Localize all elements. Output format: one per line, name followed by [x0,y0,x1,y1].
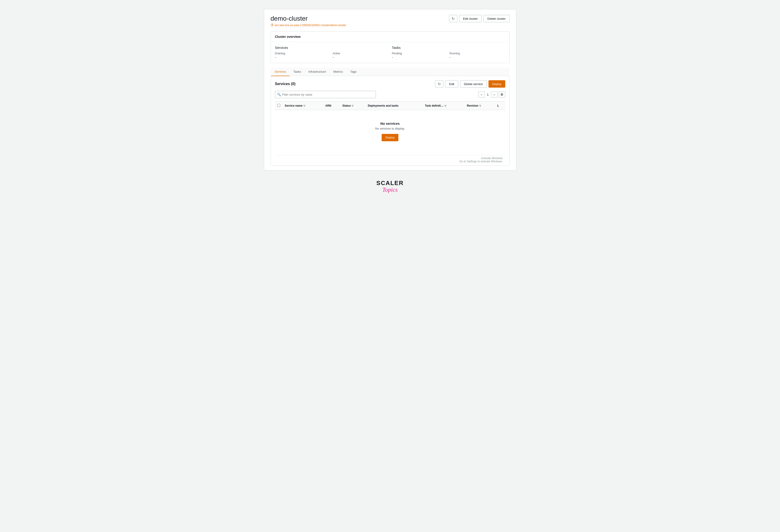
th-task-definition-label: Task definiti… [425,104,444,107]
cluster-arn-text: arn:aws:ecs:us-east-2:569262334921:clust… [275,23,346,27]
filter-row: 🔍 ‹ 1 › ⚙ [275,91,505,98]
deploy-button[interactable]: Deploy [488,80,505,88]
th-deployments: Deployments and tasks [365,102,423,110]
th-task-definition: Task definiti… ▽ [423,102,465,110]
pending-value: - [392,55,447,59]
services-refresh-button[interactable]: ↻ [435,80,443,88]
th-revision: Revision ▽ [465,102,495,110]
active-stat: Active - [333,52,388,59]
brand-scaler-text: SCALER [376,180,404,187]
draining-label: Draining [275,52,331,55]
activate-windows-line1: Activate Windows [277,157,503,160]
delete-service-button[interactable]: Delete service [460,80,487,88]
edit-cluster-button[interactable]: Edit cluster [459,15,482,22]
pagination-wrap: ‹ 1 › ⚙ [478,91,505,98]
next-page-button[interactable]: › [491,91,497,98]
overview-services-label: Services [275,46,388,50]
main-panel: demo-cluster ↻ Edit cluster Delete clust… [264,9,516,171]
tab-metrics[interactable]: Metrics [330,68,347,76]
cluster-header: demo-cluster ↻ Edit cluster Delete clust… [271,15,509,22]
no-services-deploy-button[interactable]: Deploy [382,134,398,141]
select-all-checkbox[interactable] [277,104,280,107]
sort-task-def-icon[interactable]: ▽ [444,105,446,107]
no-services-desc: No services to display. [280,127,501,130]
services-panel-title: Services (0) [275,82,296,86]
th-status: Status ▽ [340,102,365,110]
sort-revision-icon[interactable]: ▽ [479,105,481,107]
column-settings-button[interactable]: ⚙ [499,91,505,98]
overview-services-col: Services Draining - Active - [275,46,388,59]
th-status-label: Status [342,104,351,107]
pending-stat: Pending - [392,52,447,59]
th-deployments-label: Deployments and tasks [368,104,399,107]
active-value: - [333,55,388,59]
running-label: Running [450,52,505,55]
no-services-title: No services [280,122,501,126]
running-stat: Running - [450,52,505,59]
table-header-row: Service name ▽ ARN Status ▽ [275,102,505,110]
no-services-area: No services No services to display. Depl… [277,112,503,153]
filter-input[interactable] [275,91,376,98]
overview-tasks-stats: Pending - Running - [392,52,505,59]
th-arn-label: ARN [325,104,331,107]
sort-service-name-icon[interactable]: ▽ [303,105,305,107]
draining-value: - [275,55,331,59]
cluster-arn-row: 🗍 arn:aws:ecs:us-east-2:569262334921:clu… [271,23,509,27]
running-value: - [450,55,505,59]
cluster-title: demo-cluster [271,15,308,22]
services-panel: Services (0) ↻ Edit Delete service Deplo… [271,76,509,165]
activate-windows-line2: Go to Settings to activate Windows. [277,160,503,163]
services-actions: ↻ Edit Delete service Deploy [435,80,505,88]
tab-tasks[interactable]: Tasks [290,68,304,76]
no-services-row: No services No services to display. Depl… [275,110,505,155]
tab-tags[interactable]: Tags [347,68,360,76]
activate-windows-notice: Activate Windows Go to Settings to activ… [275,155,505,165]
services-table: Service name ▽ ARN Status ▽ [275,101,505,155]
cluster-overview-title: Cluster overview [271,32,509,42]
draining-stat: Draining - [275,52,331,59]
tab-infrastructure[interactable]: Infrastructure [305,68,330,76]
services-toolbar: Services (0) ↻ Edit Delete service Deplo… [275,80,505,88]
th-revision-label: Revision [467,104,478,107]
th-last-label: L [497,104,499,107]
prev-page-button[interactable]: ‹ [478,91,485,98]
tab-services[interactable]: Services [271,68,290,76]
active-label: Active [333,52,388,55]
delete-cluster-button[interactable]: Delete cluster [483,15,509,22]
sort-status-icon[interactable]: ▽ [352,105,353,107]
overview-services-stats: Draining - Active - [275,52,388,59]
footer-brand: SCALER Topics [376,180,404,193]
page-number: 1 [486,93,489,96]
refresh-button[interactable]: ↻ [449,15,457,22]
overview-tasks-col: Tasks Pending - Running - [392,46,505,59]
th-arn: ARN [323,102,340,110]
pending-label: Pending [392,52,447,55]
copy-icon[interactable]: 🗍 [271,23,274,27]
th-service-name-label: Service name [285,104,302,107]
refresh-icon: ↻ [451,16,454,21]
select-all-col [275,102,283,110]
cluster-overview-card: Cluster overview Services Draining - Act… [271,32,509,63]
filter-input-wrap: 🔍 [275,91,376,98]
edit-service-button[interactable]: Edit [445,80,458,88]
overview-grid: Services Draining - Active - Tasks [271,42,509,63]
search-icon: 🔍 [277,93,281,96]
brand-topics-text: Topics [382,187,398,193]
cluster-header-actions: ↻ Edit cluster Delete cluster [449,15,509,22]
th-last: L [495,102,505,110]
services-refresh-icon: ↻ [438,82,441,86]
tabs-bar: Services Tasks Infrastructure Metrics Ta… [271,68,509,76]
overview-tasks-label: Tasks [392,46,505,50]
th-service-name: Service name ▽ [283,102,323,110]
